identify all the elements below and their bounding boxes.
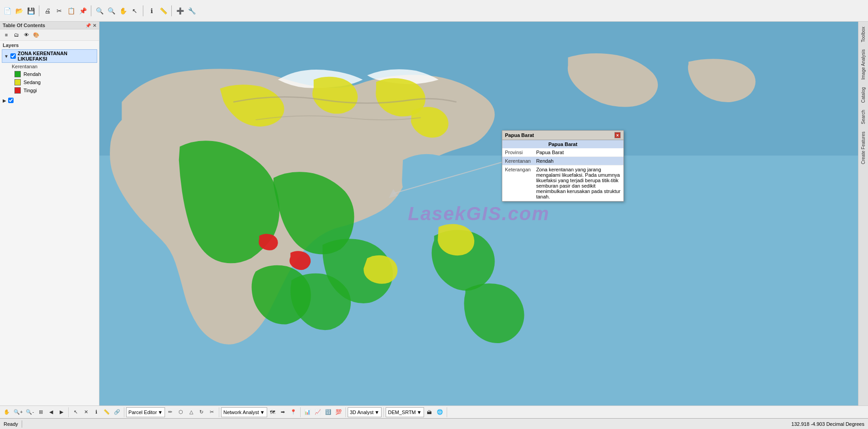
- toolbox-tab[interactable]: Toolbox: [859, 24, 868, 45]
- 3d-analyst-arrow: ▼: [374, 410, 379, 415]
- zoom-out-tool-btn[interactable]: 🔍-: [24, 407, 35, 417]
- popup-content: Papua Barat Provinsi Papua Barat Kerenta…: [502, 140, 623, 201]
- identify-btn[interactable]: ℹ: [146, 5, 157, 16]
- toc-header-icons: 📌 ✕: [85, 23, 96, 28]
- layer-expand-arrow[interactable]: ▼: [4, 54, 9, 59]
- separator-4: [171, 5, 172, 16]
- next-extent-btn[interactable]: ▶: [57, 407, 66, 417]
- terrain-map: [99, 22, 858, 405]
- parcel-editor-dropdown[interactable]: Parcel Editor ▼: [126, 407, 165, 417]
- editor-group: Parcel Editor ▼ ✏ ⬡ △ ↻ ✂: [126, 407, 219, 417]
- toc-layer-item-1: ▼ ZONA KERENTANAN LIKUEFAKSI Kerentanan …: [1, 49, 98, 95]
- new-btn[interactable]: 📄: [2, 5, 13, 16]
- zoom-in-tool-btn[interactable]: 🔍+: [12, 407, 24, 417]
- cut-polygon-btn[interactable]: ✂: [207, 407, 217, 417]
- network-btn-2[interactable]: ➡: [278, 407, 288, 417]
- measure-btn-2[interactable]: 📏: [102, 407, 112, 417]
- toc-layer-item-2[interactable]: ▶: [1, 97, 98, 104]
- 3d-analyst-label: 3D Analyst: [350, 410, 374, 415]
- popup-title: Papua Barat: [505, 132, 534, 138]
- popup-row-kerentanan: Kerentanan Rendah: [502, 157, 623, 165]
- toc-legend-item-rendah: Rendah: [2, 70, 97, 78]
- edit-tool-btn[interactable]: ✏: [165, 407, 175, 417]
- edit-vertices-btn[interactable]: ⬡: [176, 407, 186, 417]
- image-analysis-tab[interactable]: Image Analysis: [859, 46, 868, 83]
- pan-btn[interactable]: ✋: [118, 5, 128, 16]
- network-analyst-label: Network Analyst: [223, 410, 259, 415]
- toc-toolbar: ≡ 🗂 👁 🎨: [0, 29, 99, 41]
- status-coordinates: 132.918 -4.903 Decimal Degrees: [792, 421, 864, 427]
- popup-field-provinsi-label: Provinsi: [502, 148, 533, 157]
- prev-extent-btn[interactable]: ◀: [46, 407, 56, 417]
- toc-group-label: Layers: [1, 42, 98, 49]
- popup-field-kerentanan-label: Kerentanan: [502, 157, 533, 165]
- legend-swatch-rendah: [14, 71, 21, 77]
- toc-display-view-btn[interactable]: 👁: [22, 30, 31, 39]
- popup-table-header: Papua Barat: [502, 140, 623, 148]
- network-analyst-dropdown[interactable]: Network Analyst ▼: [221, 407, 267, 417]
- copy-btn[interactable]: 📋: [66, 5, 76, 16]
- raster-btn-2[interactable]: 🌐: [435, 407, 445, 417]
- separator-1: [39, 5, 39, 16]
- toc-symbol-view-btn[interactable]: 🎨: [32, 30, 41, 39]
- parcel-editor-label: Parcel Editor: [128, 410, 157, 415]
- pan-tool-btn[interactable]: ✋: [2, 407, 12, 417]
- 3d-group: 3D Analyst ▼: [348, 407, 384, 417]
- 3d-analyst-dropdown[interactable]: 3D Analyst ▼: [348, 407, 382, 417]
- search-tab[interactable]: Search: [859, 107, 868, 127]
- full-extent-btn[interactable]: ⊞: [36, 407, 46, 417]
- toc-legend-item-tinggi: Tinggi: [2, 86, 97, 94]
- zoom-out-btn[interactable]: 🔍: [106, 5, 117, 16]
- legend-label-tinggi: Tinggi: [24, 88, 37, 93]
- parcel-editor-arrow: ▼: [158, 410, 163, 415]
- toc-list-view-btn[interactable]: ≡: [2, 30, 11, 39]
- analyst-btn-3[interactable]: 🔢: [323, 407, 333, 417]
- catalog-tab[interactable]: Catalog: [859, 84, 868, 106]
- toc-close-icon[interactable]: ✕: [93, 23, 96, 28]
- popup-row-provinsi: Provinsi Papua Barat: [502, 148, 623, 157]
- analyst-btn-4[interactable]: 💯: [334, 407, 344, 417]
- popup-field-keterangan-label: Keterangan: [502, 165, 533, 201]
- layer-visibility-checkbox-2[interactable]: [8, 98, 14, 103]
- raster-btn-1[interactable]: 🏔: [425, 407, 434, 417]
- analyst-group: 📊 📈 🔢 💯: [302, 407, 346, 417]
- print-btn[interactable]: 🖨: [42, 5, 53, 16]
- dem-srtm-dropdown[interactable]: DEM_SRTM ▼: [386, 407, 424, 417]
- rotate-btn[interactable]: ↻: [197, 407, 207, 417]
- analyst-btn-2[interactable]: 📈: [313, 407, 323, 417]
- network-group: Network Analyst ▼ 🗺 ➡ 📍: [221, 407, 301, 417]
- create-features-tab[interactable]: Create Features: [859, 128, 868, 167]
- toc-source-view-btn[interactable]: 🗂: [12, 30, 21, 39]
- map-area[interactable]: LasekGIS.com Papua Barat × Papua Barat: [99, 22, 858, 405]
- layer2-expand-arrow[interactable]: ▶: [3, 98, 6, 103]
- main-toolbar: 📄 📂 💾 🖨 ✂ 📋 📌 🔍 🔍 ✋ ↖ ℹ 📏 ➕ 🔧: [0, 0, 868, 22]
- toc-layer-header-1[interactable]: ▼ ZONA KERENTANAN LIKUEFAKSI: [2, 49, 97, 63]
- network-btn-1[interactable]: 🗺: [268, 407, 278, 417]
- select-btn[interactable]: ↖: [129, 5, 140, 16]
- toc-pin-icon[interactable]: 📌: [85, 23, 91, 28]
- select-btn-2[interactable]: ↖: [71, 407, 80, 417]
- network-btn-3[interactable]: 📍: [288, 407, 298, 417]
- cut-btn[interactable]: ✂: [54, 5, 65, 16]
- add-data-btn[interactable]: ➕: [175, 5, 185, 16]
- zoom-in-btn[interactable]: 🔍: [94, 5, 105, 16]
- hyperlink-btn[interactable]: 🔗: [112, 407, 122, 417]
- layer-visibility-checkbox-1[interactable]: [10, 53, 16, 59]
- arc-toolbox-btn[interactable]: 🔧: [186, 5, 197, 16]
- measure-btn[interactable]: 📏: [158, 5, 169, 16]
- toc-legend-header: Kerentanan: [2, 63, 97, 70]
- open-btn[interactable]: 📂: [14, 5, 24, 16]
- main-content: Table Of Contents 📌 ✕ ≡ 🗂 👁 🎨 Layers ▼: [0, 22, 868, 405]
- identify-btn-2[interactable]: ℹ: [91, 407, 101, 417]
- reshape-btn[interactable]: △: [186, 407, 196, 417]
- toc-legend-item-sedang: Sedang: [2, 78, 97, 86]
- save-btn[interactable]: 💾: [25, 5, 36, 16]
- clear-sel-btn[interactable]: ✕: [81, 407, 91, 417]
- layer-name-1: ZONA KERENTANAN LIKUEFAKSI: [18, 51, 95, 61]
- popup-field-keterangan-value: Zona kerentanan yang jarang mengalami li…: [533, 165, 623, 201]
- toc-header: Table Of Contents 📌 ✕: [0, 22, 99, 29]
- paste-btn[interactable]: 📌: [77, 5, 88, 16]
- popup-field-provinsi-value: Papua Barat: [533, 148, 623, 157]
- popup-close-button[interactable]: ×: [614, 132, 621, 138]
- analyst-btn-1[interactable]: 📊: [302, 407, 312, 417]
